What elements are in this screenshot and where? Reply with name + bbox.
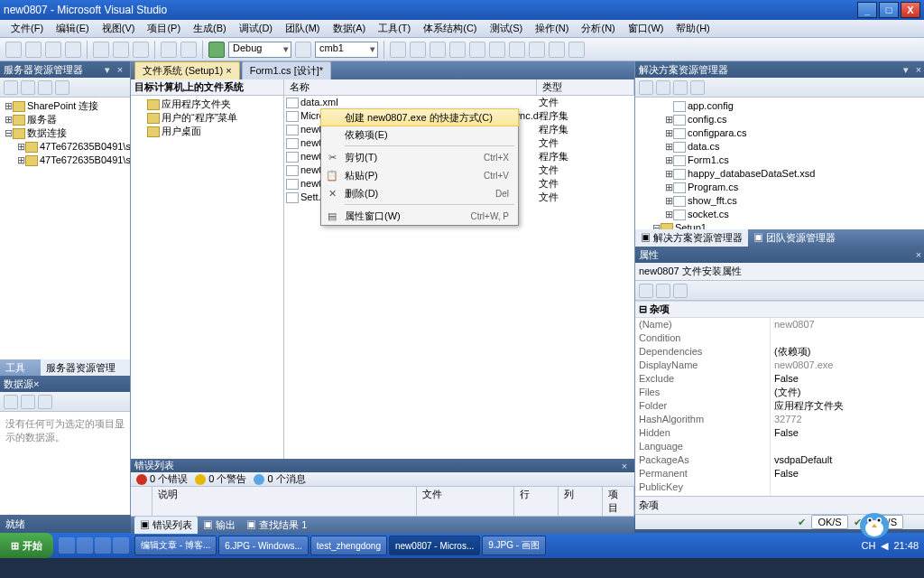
error-filter[interactable]: 0 个消息 xyxy=(254,472,305,486)
folder-node[interactable]: 应用程序文件夹 xyxy=(134,98,280,111)
context-menu-item[interactable]: 📋粘贴(P)Ctrl+V xyxy=(321,166,518,184)
tb-icon[interactable] xyxy=(509,42,525,58)
property-row[interactable]: PermanentFalse xyxy=(635,467,924,480)
quick-launch[interactable] xyxy=(55,537,133,554)
taskbar-task[interactable]: 编辑文章 - 博客... xyxy=(134,536,217,555)
close-icon[interactable]: × xyxy=(618,461,631,471)
solution-explorer-tree[interactable]: app.config⊞config.cs⊞configpara.cs⊞data.… xyxy=(635,98,924,229)
connect-icon[interactable] xyxy=(21,80,35,95)
tb-icon[interactable] xyxy=(489,42,505,58)
solution-node[interactable]: ⊞config.cs xyxy=(639,113,924,126)
solution-node[interactable]: ⊞happy_databaseDataSet.xsd xyxy=(639,167,924,181)
pin-icon[interactable]: ▾ xyxy=(101,64,114,76)
start-debug-icon[interactable] xyxy=(208,42,225,58)
properties-icon[interactable] xyxy=(690,80,705,95)
ds-icon[interactable] xyxy=(21,395,35,409)
redo-icon[interactable] xyxy=(180,42,197,58)
save-icon[interactable] xyxy=(45,42,61,58)
solution-node[interactable]: ⊟Setup1 xyxy=(639,221,924,229)
alpha-icon[interactable] xyxy=(656,284,670,298)
property-category[interactable]: ⊟ 杂项 xyxy=(635,301,924,318)
panel-tab[interactable]: 工具箱 xyxy=(0,359,41,376)
cut-icon[interactable] xyxy=(93,42,109,58)
file-row[interactable]: data.xml文件 xyxy=(284,96,634,109)
properties-object[interactable]: new0807 文件安装属性 xyxy=(635,263,924,281)
filesystem-tree[interactable]: 应用程序文件夹用户的“程序”菜单用户桌面 xyxy=(131,96,283,140)
error-col[interactable]: 行 xyxy=(514,487,559,516)
property-row[interactable]: HiddenFalse xyxy=(635,426,924,440)
tb-icon[interactable] xyxy=(430,42,446,58)
tree-node[interactable]: ⊞服务器 xyxy=(4,113,126,126)
menu-item[interactable]: 视图(V) xyxy=(97,20,141,37)
taskbar-task[interactable]: 9.JPG - 画图 xyxy=(482,536,546,555)
solution-node[interactable]: ⊞configpara.cs xyxy=(639,126,924,140)
left-panel-tabs[interactable]: 工具箱服务器资源管理器 xyxy=(0,359,130,376)
close-icon[interactable]: × xyxy=(33,378,39,389)
tb-icon[interactable] xyxy=(449,42,466,58)
system-tray[interactable]: CH ◀ 21:48 xyxy=(856,540,924,552)
tb-icon[interactable] xyxy=(529,42,545,58)
col-type[interactable]: 类型 xyxy=(537,79,634,95)
panel-tab[interactable]: ▣ 解决方案资源管理器 xyxy=(635,229,748,247)
tree-node[interactable]: ⊞47Te672635B0491\sqlexp xyxy=(4,154,126,167)
property-row[interactable]: Folder应用程序文件夹 xyxy=(635,399,924,413)
save-all-icon[interactable] xyxy=(65,42,81,58)
config-combo[interactable]: Debug xyxy=(228,42,291,58)
error-filter[interactable]: 0 个警告 xyxy=(195,472,246,486)
server-explorer-tree[interactable]: ⊞SharePoint 连接⊞服务器⊟数据连接⊞47Te672635B0491\… xyxy=(0,98,130,359)
property-row[interactable]: DisplayNamenew0807.exe xyxy=(635,359,924,372)
col-name[interactable]: 名称 xyxy=(284,79,537,95)
menu-item[interactable]: 编辑(E) xyxy=(51,20,95,37)
property-row[interactable]: (Name)new0807 xyxy=(635,318,924,331)
ds-icon[interactable] xyxy=(4,395,18,409)
solution-node[interactable]: ⊞Form1.cs xyxy=(639,154,924,167)
error-col[interactable]: 说明 xyxy=(152,487,418,516)
solution-node[interactable]: ⊞show_fft.cs xyxy=(639,194,924,208)
tree-node[interactable]: ⊞47Te672635B0491\sqlexp xyxy=(4,140,126,154)
platform-combo[interactable]: cmb1 xyxy=(315,42,378,58)
menu-item[interactable]: 生成(B) xyxy=(188,20,232,37)
output-tab[interactable]: ▣ 错误列表 xyxy=(134,517,198,534)
solution-node[interactable]: ⊞Program.cs xyxy=(639,181,924,194)
menu-item[interactable]: 数据(A) xyxy=(328,20,372,37)
window-max-button[interactable]: □ xyxy=(879,2,899,18)
menu-item[interactable]: 调试(D) xyxy=(234,20,278,37)
showall-icon[interactable] xyxy=(673,80,688,95)
context-menu-item[interactable]: ✕删除(D)Del xyxy=(321,184,518,202)
error-list-filters[interactable]: 0 个错误0 个警告0 个消息 xyxy=(131,472,634,487)
undo-icon[interactable] xyxy=(161,42,177,58)
error-col[interactable]: 列 xyxy=(559,487,603,516)
refresh-icon[interactable] xyxy=(4,80,18,95)
property-row[interactable]: PublicKey xyxy=(635,480,924,494)
menu-item[interactable]: 帮助(H) xyxy=(670,20,715,37)
property-row[interactable]: Files(文件) xyxy=(635,386,924,399)
tree-node[interactable]: ⊞SharePoint 连接 xyxy=(4,99,126,113)
shield-icon[interactable] xyxy=(909,515,923,529)
error-col[interactable]: 文件 xyxy=(417,487,514,516)
property-row[interactable]: Language xyxy=(635,440,924,453)
new-project-icon[interactable] xyxy=(5,42,22,58)
document-tab[interactable]: 文件系统 (Setup1) × xyxy=(134,61,240,79)
taskbar-task[interactable]: new0807 - Micros... xyxy=(389,536,480,555)
output-tab[interactable]: ▣ 查找结果 1 xyxy=(241,517,312,534)
property-row[interactable]: ExcludeFalse xyxy=(635,372,924,386)
context-menu-item[interactable]: 依赖项(E) xyxy=(321,126,518,144)
close-icon[interactable]: × xyxy=(114,64,126,75)
document-tab[interactable]: Form1.cs [设计]* xyxy=(242,61,331,79)
close-icon[interactable]: × xyxy=(912,249,924,260)
menu-item[interactable]: 测试(S) xyxy=(485,20,529,37)
context-menu-item[interactable]: ✂剪切(T)Ctrl+X xyxy=(321,148,518,166)
ds-icon[interactable] xyxy=(38,395,52,409)
solution-node[interactable]: app.config xyxy=(639,99,924,113)
close-icon[interactable]: × xyxy=(912,64,924,75)
ql-icon[interactable] xyxy=(59,537,75,554)
platform-icon[interactable] xyxy=(295,42,311,58)
window-close-button[interactable]: X xyxy=(901,2,920,18)
taskbar-task[interactable]: 6.JPG - Windows... xyxy=(218,536,309,555)
props-icon[interactable] xyxy=(673,284,688,298)
menu-item[interactable]: 工具(T) xyxy=(373,20,416,37)
stop-icon[interactable] xyxy=(38,80,52,95)
categorized-icon[interactable] xyxy=(639,284,653,298)
open-icon[interactable] xyxy=(25,42,42,58)
tb-icon[interactable] xyxy=(410,42,426,58)
